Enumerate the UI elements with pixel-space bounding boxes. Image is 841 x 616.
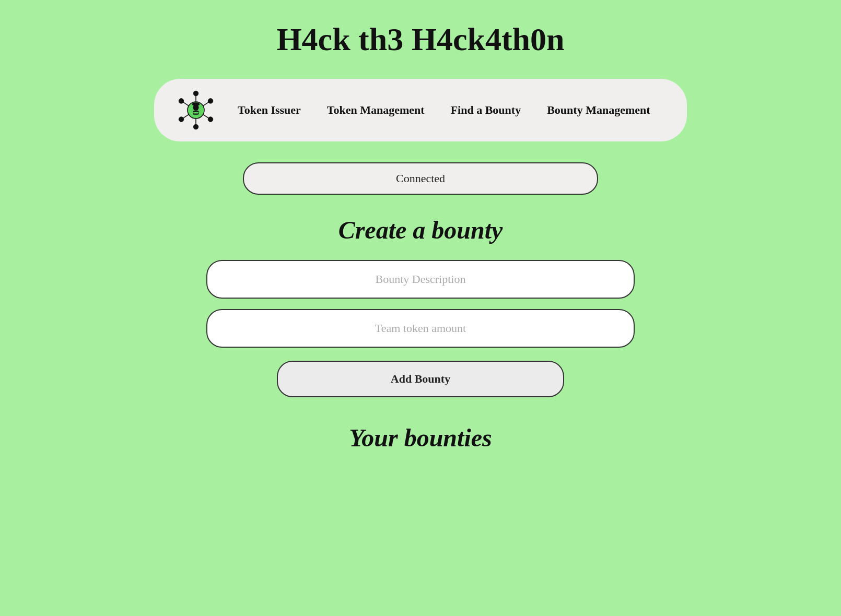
navbar: Token Issuer Token Management Find a Bou… — [154, 79, 687, 141]
create-bounty-title: Create a bounty — [338, 216, 503, 244]
bounty-form: Add Bounty — [10, 260, 831, 397]
nav-token-management[interactable]: Token Management — [327, 103, 425, 117]
svg-point-4 — [179, 117, 184, 122]
connected-status: Connected — [243, 162, 598, 195]
svg-point-5 — [179, 99, 184, 104]
app-logo — [175, 89, 217, 131]
bounty-description-input[interactable] — [206, 260, 635, 299]
svg-point-1 — [208, 99, 213, 104]
add-bounty-button[interactable]: Add Bounty — [277, 361, 564, 397]
svg-rect-17 — [193, 112, 198, 113]
team-token-amount-input[interactable] — [206, 309, 635, 348]
nav-find-bounty[interactable]: Find a Bounty — [451, 103, 521, 117]
your-bounties-title: Your bounties — [349, 423, 492, 452]
page-title: H4ck th3 H4ck4th0n — [276, 21, 564, 58]
nav-token-issuer[interactable]: Token Issuer — [238, 103, 301, 117]
nav-links: Token Issuer Token Management Find a Bou… — [238, 103, 650, 117]
nav-bounty-management[interactable]: Bounty Management — [547, 103, 650, 117]
svg-point-15 — [193, 105, 198, 111]
svg-point-2 — [208, 117, 213, 122]
